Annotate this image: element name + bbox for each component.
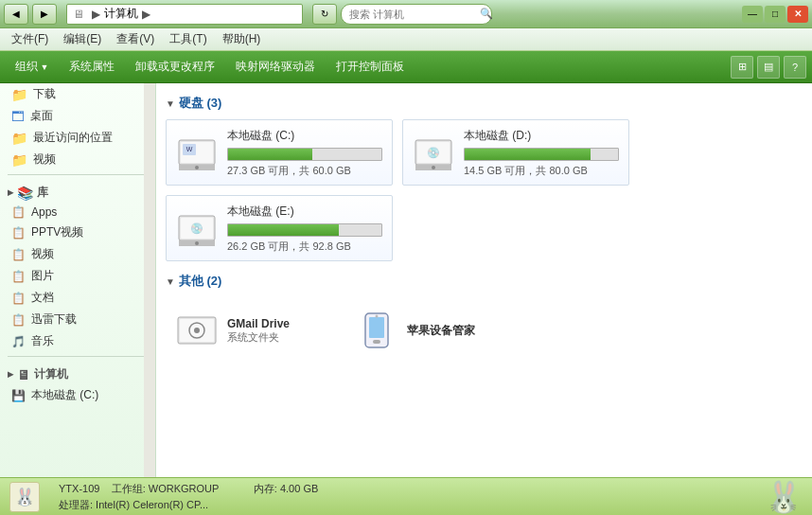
other-item-apple[interactable]: 苹果设备管家 xyxy=(345,297,516,364)
library-triangle: ▶ xyxy=(8,188,13,197)
sidebar-item-music[interactable]: 🎵 音乐 xyxy=(0,330,155,352)
sidebar-pptv-label: PPTV视频 xyxy=(31,224,83,240)
sidebar-item-video2[interactable]: 📋 视频 xyxy=(0,243,155,265)
refresh-button[interactable]: ↻ xyxy=(312,4,337,25)
docs-icon: 📋 xyxy=(11,292,26,305)
back-button[interactable]: ◀ xyxy=(4,4,28,25)
toolbar-organize[interactable]: 组织 xyxy=(6,55,58,79)
drive-e-size: 26.2 GB 可用，共 92.8 GB xyxy=(227,240,382,254)
forward-button[interactable]: ▶ xyxy=(32,4,57,25)
cdrive-icon: 💾 xyxy=(11,389,26,402)
svg-point-9 xyxy=(432,166,435,169)
other-items: GMail Drive 系统文件夹 苹果设备管家 xyxy=(166,297,803,364)
sidebar-divider2 xyxy=(8,356,148,357)
search-bar[interactable]: 🔍 xyxy=(341,4,492,25)
drive-d-bar-container xyxy=(464,148,619,161)
svg-point-24 xyxy=(376,315,379,318)
sidebar-item-desktop[interactable]: 🗔 桌面 xyxy=(0,105,155,127)
computer-triangle: ▶ xyxy=(8,370,13,379)
menu-file[interactable]: 文件(F) xyxy=(4,29,56,49)
toolbar-right: ⊞ ▤ ? xyxy=(731,56,806,79)
drive-e-svg: 💿 xyxy=(177,208,217,248)
close-button[interactable]: ✕ xyxy=(787,6,808,23)
gmail-drive-info: GMail Drive 系统文件夹 xyxy=(227,317,326,345)
video2-icon: 📋 xyxy=(11,248,26,261)
sidebar-item-photos[interactable]: 📋 图片 xyxy=(0,265,155,287)
maximize-button[interactable]: □ xyxy=(765,6,786,23)
address-text: 计算机 xyxy=(104,6,138,22)
xunlei-icon: 📋 xyxy=(11,313,26,327)
toolbar: 组织 系统属性 卸载或更改程序 映射网络驱动器 打开控制面板 ⊞ ▤ ? xyxy=(0,51,812,83)
sidebar: 📁 下载 🗔 桌面 📁 最近访问的位置 📁 视频 ▶ 📚 库 📋 Apps 📋 … xyxy=(0,83,156,477)
svg-point-14 xyxy=(195,241,199,245)
address-icon: 🖥 xyxy=(73,8,84,21)
search-input[interactable] xyxy=(349,9,480,20)
window-controls: — □ ✕ xyxy=(742,6,808,23)
toolbar-sysinfo[interactable]: 系统属性 xyxy=(60,55,124,79)
drive-c-icon: W xyxy=(176,132,218,173)
sidebar-item-recent[interactable]: 📁 最近访问的位置 xyxy=(0,127,155,149)
sidebar-video2-label: 视频 xyxy=(31,246,54,262)
sidebar-item-download[interactable]: 📁 下载 xyxy=(0,83,155,105)
menu-edit[interactable]: 编辑(E) xyxy=(56,29,109,49)
drive-e-item[interactable]: 💿 本地磁盘 (E:) 26.2 GB 可用，共 92.8 GB xyxy=(166,195,393,261)
drive-d-bar xyxy=(465,149,591,160)
minimize-button[interactable]: — xyxy=(742,6,763,23)
toolbar-uninstall[interactable]: 卸载或更改程序 xyxy=(126,55,224,79)
view-toggle2-button[interactable]: ▤ xyxy=(757,56,780,79)
main-area: 📁 下载 🗔 桌面 📁 最近访问的位置 📁 视频 ▶ 📚 库 📋 Apps 📋 … xyxy=(0,83,812,477)
drive-c-bar xyxy=(228,149,312,160)
drive-c-info: 本地磁盘 (C:) 27.3 GB 可用，共 60.0 GB xyxy=(227,128,382,178)
sidebar-photos-label: 图片 xyxy=(31,268,54,284)
address-input[interactable] xyxy=(154,8,296,21)
sidebar-item-cdrive[interactable]: 💾 本地磁盘 (C:) xyxy=(0,384,155,406)
computer-icon: 🖥 xyxy=(17,367,30,382)
other-item-gmail-drive[interactable]: GMail Drive 系统文件夹 xyxy=(166,297,336,364)
sidebar-item-xunlei[interactable]: 📋 迅雷下载 xyxy=(0,309,155,330)
video-icon: 📁 xyxy=(11,152,27,168)
address-arrow: ▶ xyxy=(92,8,100,21)
drive-d-icon: 💿 xyxy=(413,132,454,173)
apple-device-name: 苹果设备管家 xyxy=(407,323,505,339)
drive-d-svg: 💿 xyxy=(414,133,453,172)
sidebar-scrollbar[interactable] xyxy=(144,83,155,477)
drive-d-item[interactable]: 💿 本地磁盘 (D:) 14.5 GB 可用，共 80.0 GB xyxy=(402,119,629,186)
menu-help[interactable]: 帮助(H) xyxy=(215,29,269,49)
sidebar-item-apps[interactable]: 📋 Apps xyxy=(0,203,155,222)
sidebar-item-docs[interactable]: 📋 文档 xyxy=(0,287,155,309)
music-icon: 🎵 xyxy=(11,335,26,348)
gmail-drive-svg xyxy=(176,310,218,351)
drive-c-size: 27.3 GB 可用，共 60.0 GB xyxy=(227,164,382,178)
menu-tools[interactable]: 工具(T) xyxy=(162,29,214,49)
computer-label: 计算机 xyxy=(34,366,68,382)
apple-svg xyxy=(356,310,397,351)
content-area: ▼ 硬盘 (3) W 本地磁盘 (C:) xyxy=(156,83,812,477)
library-label: 库 xyxy=(37,185,48,201)
view-toggle1-button[interactable]: ⊞ xyxy=(731,56,753,79)
apple-device-info: 苹果设备管家 xyxy=(407,323,505,339)
desktop-icon: 🗔 xyxy=(11,109,25,124)
help-button[interactable]: ? xyxy=(784,56,806,79)
sidebar-item-video[interactable]: 📁 视频 xyxy=(0,149,155,170)
status-rabbit2-icon: 🐰 xyxy=(765,479,803,515)
toolbar-control-panel[interactable]: 打开控制面板 xyxy=(327,55,414,79)
hard-drives-title: 硬盘 (3) xyxy=(179,95,222,112)
photos-icon: 📋 xyxy=(11,270,26,283)
svg-text:💿: 💿 xyxy=(190,222,203,235)
sidebar-item-pptv[interactable]: 📋 PPTV视频 xyxy=(0,222,155,243)
sidebar-xunlei-label: 迅雷下载 xyxy=(31,311,77,328)
pptv-icon: 📋 xyxy=(11,226,26,240)
library-section-label: 📚 xyxy=(17,186,33,201)
drive-c-name: 本地磁盘 (C:) xyxy=(227,128,382,144)
toolbar-map-drive[interactable]: 映射网络驱动器 xyxy=(226,55,325,79)
gmail-drive-desc: 系统文件夹 xyxy=(227,330,326,345)
svg-text:W: W xyxy=(186,146,193,152)
other-triangle: ▼ xyxy=(166,276,175,287)
drive-c-item[interactable]: W 本地磁盘 (C:) 27.3 GB 可用，共 60.0 GB xyxy=(166,119,393,186)
title-bar-left: ◀ ▶ 🖥 ▶ 计算机 ▶ ↻ 🔍 xyxy=(4,4,492,25)
menu-bar: 文件(F) 编辑(E) 查看(V) 工具(T) 帮助(H) xyxy=(0,28,812,51)
menu-view[interactable]: 查看(V) xyxy=(109,29,162,49)
sidebar-video-label: 视频 xyxy=(33,151,56,168)
drive-c-svg: W xyxy=(177,133,217,172)
address-bar[interactable]: 🖥 ▶ 计算机 ▶ xyxy=(66,4,303,25)
